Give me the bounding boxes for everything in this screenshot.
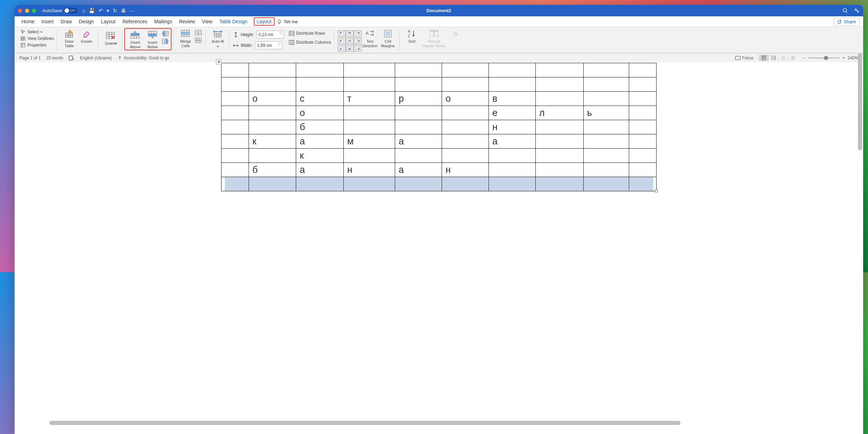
table-row[interactable] xyxy=(222,177,542,191)
maximize-window-button[interactable] xyxy=(32,9,36,13)
table-cell[interactable] xyxy=(536,177,542,191)
table-cell[interactable] xyxy=(536,63,542,77)
table-anchor-icon[interactable]: ✥ xyxy=(216,59,222,65)
height-input[interactable]: 0,23 cm xyxy=(256,31,284,39)
table-cell[interactable] xyxy=(222,163,249,177)
table-cell[interactable] xyxy=(222,149,249,163)
table-cell[interactable] xyxy=(395,177,442,191)
table-cell[interactable] xyxy=(489,177,536,191)
align-top-left[interactable] xyxy=(338,31,345,37)
width-input[interactable]: 1,59 cm xyxy=(255,41,283,49)
table-cell[interactable] xyxy=(442,134,489,149)
table-cell[interactable] xyxy=(343,106,395,120)
align-mid-center[interactable] xyxy=(346,38,353,44)
split-table-button[interactable] xyxy=(195,37,202,43)
align-mid-left[interactable] xyxy=(338,38,345,44)
document-page[interactable]: ✥ островоельбнкамаакбанан xyxy=(221,63,542,191)
eraser-button[interactable]: Eraser xyxy=(78,29,95,44)
table-cell[interactable] xyxy=(536,92,542,106)
table-cell[interactable] xyxy=(343,77,395,92)
table-cell[interactable]: т xyxy=(343,92,395,106)
insert-below-button[interactable]: Insert Below xyxy=(144,30,161,49)
tab-view[interactable]: View xyxy=(199,17,216,26)
table-cell[interactable] xyxy=(536,77,542,92)
insert-left-button[interactable] xyxy=(162,31,169,36)
table-cell[interactable] xyxy=(442,63,489,77)
table-cell[interactable] xyxy=(222,77,249,92)
table-cell[interactable] xyxy=(249,106,296,120)
align-mid-right[interactable] xyxy=(354,38,361,44)
table-cell[interactable]: о xyxy=(442,92,489,106)
align-bot-center[interactable] xyxy=(346,45,353,51)
autofit-button[interactable]: Auto-fit ▾ xyxy=(209,29,226,48)
table-cell[interactable]: б xyxy=(249,163,296,177)
table-cell[interactable] xyxy=(249,77,296,92)
table-cell[interactable] xyxy=(249,63,296,77)
autosave-toggle[interactable]: AutoSave OFF xyxy=(42,8,78,14)
table-cell[interactable] xyxy=(343,63,395,77)
table-cell[interactable] xyxy=(395,149,442,163)
table-cell[interactable]: р xyxy=(395,92,442,106)
tab-references[interactable]: References xyxy=(119,17,151,26)
table-cell[interactable] xyxy=(442,149,489,163)
table-cell[interactable] xyxy=(343,149,395,163)
select-button[interactable]: Select ▾ xyxy=(20,29,54,35)
table-cell[interactable] xyxy=(395,106,442,120)
table-cell[interactable] xyxy=(222,120,249,134)
table-cell[interactable]: с xyxy=(296,92,344,106)
table-cell[interactable]: б xyxy=(296,120,344,134)
table-cell[interactable]: а xyxy=(296,163,344,177)
table-cell[interactable]: а xyxy=(395,134,442,149)
align-top-center[interactable] xyxy=(346,31,353,37)
tab-layout[interactable]: Layout xyxy=(98,17,119,26)
table-row[interactable]: оель xyxy=(222,106,542,120)
undo-menu-icon[interactable]: ▾ xyxy=(107,8,109,14)
table-cell[interactable] xyxy=(442,77,489,92)
table-cell[interactable] xyxy=(249,177,296,191)
align-top-right[interactable] xyxy=(354,31,361,37)
table-cell[interactable] xyxy=(296,63,344,77)
delete-button[interactable]: Delete ▾ xyxy=(102,29,119,46)
split-cells-button[interactable] xyxy=(195,30,202,35)
table-cell[interactable] xyxy=(536,120,542,134)
table-cell[interactable]: м xyxy=(343,134,395,149)
table-cell[interactable]: к xyxy=(296,149,344,163)
tab-mailings[interactable]: Mailings xyxy=(151,17,175,26)
sort-button[interactable]: AZ Sort xyxy=(403,29,420,44)
align-bot-left[interactable] xyxy=(338,45,345,51)
table-cell[interactable] xyxy=(395,77,442,92)
tab-review[interactable]: Review xyxy=(176,17,199,26)
distribute-rows-button[interactable]: Distribute Rows xyxy=(289,31,331,36)
table-cell[interactable]: н xyxy=(489,120,536,134)
table-cell[interactable] xyxy=(222,106,249,120)
table-cell[interactable] xyxy=(489,63,536,77)
table-cell[interactable] xyxy=(222,63,249,77)
draw-table-button[interactable]: Draw Table xyxy=(60,29,78,48)
more-icon[interactable]: ⋯ xyxy=(130,8,135,14)
table-row[interactable]: к xyxy=(222,149,542,163)
table-cell[interactable]: е xyxy=(489,106,536,120)
table-cell[interactable]: а xyxy=(296,134,344,149)
table-cell[interactable]: а xyxy=(395,163,442,177)
table-cell[interactable]: а xyxy=(489,134,536,149)
table-cell[interactable]: к xyxy=(249,134,296,149)
table-cell[interactable] xyxy=(536,149,542,163)
tab-table-layout[interactable]: Layout xyxy=(254,17,275,26)
table-cell[interactable] xyxy=(442,106,489,120)
table-cell[interactable] xyxy=(395,63,442,77)
table-cell[interactable]: л xyxy=(536,106,542,120)
home-icon[interactable]: ⌂ xyxy=(82,8,85,14)
table-cell[interactable] xyxy=(222,92,249,106)
cell-margins-button[interactable]: Cell Margins xyxy=(379,29,397,48)
tab-insert[interactable]: Insert xyxy=(38,17,57,26)
table-cell[interactable]: о xyxy=(249,92,296,106)
save-icon[interactable]: 💾 xyxy=(89,8,95,14)
table-cell[interactable] xyxy=(222,134,249,149)
table-row[interactable]: бн xyxy=(222,120,542,134)
table-row[interactable]: остров xyxy=(222,92,542,106)
distribute-columns-button[interactable]: Distribute Columns xyxy=(289,40,331,45)
print-icon[interactable]: 🖶 xyxy=(121,8,126,14)
table-cell[interactable] xyxy=(489,149,536,163)
table-cell[interactable] xyxy=(249,120,296,134)
properties-button[interactable]: Properties xyxy=(20,42,54,48)
